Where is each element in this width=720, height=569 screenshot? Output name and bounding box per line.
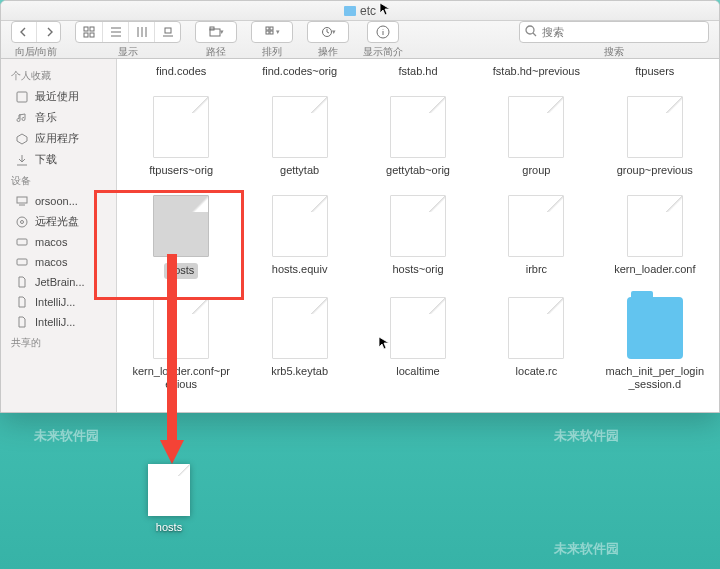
- cursor-icon: [378, 336, 392, 350]
- file-icon: [508, 297, 564, 359]
- svg-rect-14: [17, 92, 27, 102]
- desktop-file-hosts[interactable]: hosts: [148, 464, 190, 534]
- file-name: find.codes~orig: [262, 65, 337, 78]
- file-name: irbrc: [526, 263, 547, 276]
- file-item[interactable]: find.codes~orig: [245, 65, 353, 78]
- svg-point-16: [17, 217, 27, 227]
- file-name: find.codes: [156, 65, 206, 78]
- document-icon: [15, 315, 29, 329]
- sidebar-item-downloads[interactable]: 下载: [1, 149, 116, 170]
- cursor-icon: [379, 2, 393, 16]
- file-item[interactable]: find.codes: [127, 65, 235, 78]
- sidebar-item-recent[interactable]: 最近使用: [1, 86, 116, 107]
- sidebar-item-label: IntelliJ...: [35, 296, 75, 308]
- sidebar-item-label: orsoon...: [35, 195, 78, 207]
- search-label: 搜索: [604, 45, 624, 59]
- file-item[interactable]: gettytab~orig: [364, 96, 472, 177]
- sidebar: 个人收藏 最近使用 音乐 应用程序 下载 设备 orsoon... 远程光盘 m…: [1, 59, 117, 412]
- sidebar-section-favorites: 个人收藏: [1, 65, 116, 86]
- file-icon: [148, 464, 190, 516]
- file-icon: [272, 96, 328, 158]
- search-input[interactable]: [519, 21, 709, 43]
- info-button[interactable]: [368, 22, 398, 42]
- folder-item[interactable]: mach_init_per_login_session.d: [601, 297, 709, 391]
- file-item-hosts[interactable]: hosts: [127, 195, 235, 278]
- file-item[interactable]: ftpusers: [601, 65, 709, 78]
- file-icon-view[interactable]: find.codes find.codes~orig fstab.hd fsta…: [117, 59, 719, 412]
- view-group: 显示: [75, 21, 181, 59]
- info-label: 显示简介: [363, 45, 403, 59]
- file-name: hosts~orig: [392, 263, 443, 276]
- window-titlebar[interactable]: etc: [1, 1, 719, 21]
- file-item[interactable]: group: [482, 96, 590, 177]
- sidebar-item-device[interactable]: IntelliJ...: [1, 312, 116, 332]
- sidebar-item-label: JetBrain...: [35, 276, 85, 288]
- file-item[interactable]: ftpusers~orig: [127, 96, 235, 177]
- file-item[interactable]: irbrc: [482, 195, 590, 278]
- sidebar-item-label: 下载: [35, 152, 57, 167]
- action-label: 操作: [318, 45, 338, 59]
- view-coverflow-button[interactable]: [154, 22, 180, 42]
- file-item[interactable]: gettytab: [245, 96, 353, 177]
- file-item[interactable]: kern_loader.conf~previous: [127, 297, 235, 391]
- view-column-button[interactable]: [128, 22, 154, 42]
- sidebar-item-apps[interactable]: 应用程序: [1, 128, 116, 149]
- forward-button[interactable]: [36, 22, 60, 42]
- file-item[interactable]: locate.rc: [482, 297, 590, 391]
- file-name: hosts: [151, 520, 187, 534]
- file-item[interactable]: hosts.equiv: [245, 195, 353, 278]
- file-name: ftpusers: [635, 65, 674, 78]
- svg-rect-15: [17, 197, 27, 203]
- clock-icon: [15, 90, 29, 104]
- file-name: group: [522, 164, 550, 177]
- sidebar-item-label: 远程光盘: [35, 214, 79, 229]
- file-name: gettytab~orig: [386, 164, 450, 177]
- file-name: ftpusers~orig: [149, 164, 213, 177]
- svg-rect-18: [17, 239, 27, 245]
- sidebar-item-music[interactable]: 音乐: [1, 107, 116, 128]
- path-label: 路径: [206, 45, 226, 59]
- path-button[interactable]: ▾: [196, 22, 236, 42]
- file-name: group~previous: [617, 164, 693, 177]
- file-icon: [627, 195, 683, 257]
- file-grid: find.codes find.codes~orig fstab.hd fsta…: [127, 65, 709, 391]
- file-name: hosts: [164, 263, 198, 278]
- chevron-down-icon: ▾: [276, 28, 280, 36]
- sidebar-item-device[interactable]: orsoon...: [1, 191, 116, 211]
- file-item[interactable]: krb5.keytab: [245, 297, 353, 391]
- file-item[interactable]: hosts~orig: [364, 195, 472, 278]
- svg-rect-1: [90, 27, 94, 31]
- file-item[interactable]: fstab.hd~previous: [482, 65, 590, 78]
- view-icon-button[interactable]: [76, 22, 102, 42]
- sidebar-item-device[interactable]: IntelliJ...: [1, 292, 116, 312]
- action-button[interactable]: ▾: [308, 22, 348, 42]
- back-button[interactable]: [12, 22, 36, 42]
- sidebar-item-device[interactable]: 远程光盘: [1, 211, 116, 232]
- arrange-button[interactable]: ▾: [252, 22, 292, 42]
- view-list-button[interactable]: [102, 22, 128, 42]
- svg-rect-8: [270, 27, 273, 30]
- sidebar-item-device[interactable]: JetBrain...: [1, 272, 116, 292]
- sidebar-item-device[interactable]: macos: [1, 232, 116, 252]
- sidebar-item-device[interactable]: macos: [1, 252, 116, 272]
- file-icon: [508, 195, 564, 257]
- view-label: 显示: [118, 45, 138, 59]
- arrange-group: ▾ 排列: [251, 21, 293, 59]
- nav-group-wrapper: 向后/向前: [11, 21, 61, 59]
- file-item[interactable]: kern_loader.conf: [601, 195, 709, 278]
- chevron-down-icon: ▾: [332, 28, 336, 36]
- svg-rect-7: [266, 27, 269, 30]
- info-group: 显示简介: [363, 21, 403, 59]
- apps-icon: [15, 132, 29, 146]
- search-group: 搜索: [519, 21, 709, 59]
- document-icon: [15, 275, 29, 289]
- svg-rect-9: [266, 31, 269, 34]
- download-icon: [15, 153, 29, 167]
- svg-rect-0: [84, 27, 88, 31]
- file-name: locate.rc: [516, 365, 558, 378]
- file-name: fstab.hd~previous: [493, 65, 580, 78]
- svg-point-13: [526, 26, 534, 34]
- toolbar: 向后/向前 显示 ▾ 路径 ▾ 排列 ▾: [1, 21, 719, 59]
- file-item[interactable]: fstab.hd: [364, 65, 472, 78]
- file-item[interactable]: group~previous: [601, 96, 709, 177]
